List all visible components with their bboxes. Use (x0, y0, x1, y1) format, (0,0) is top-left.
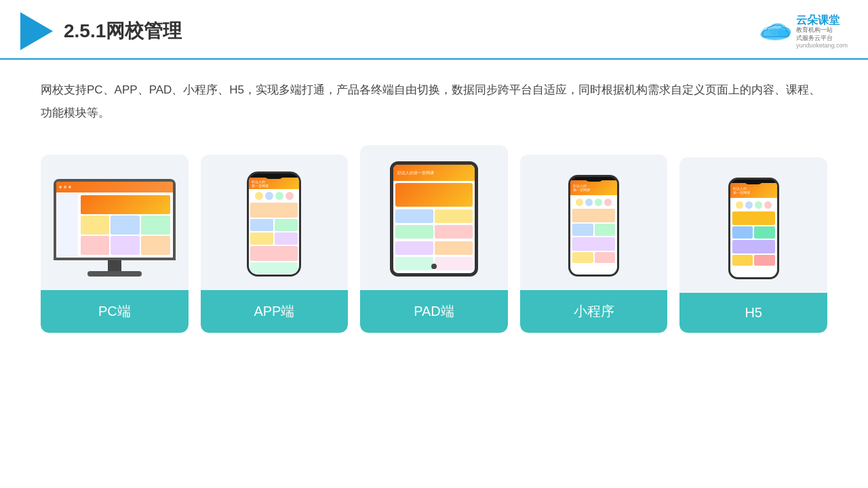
monitor-neck (108, 260, 121, 271)
tablet-card-7 (395, 257, 433, 270)
miniapp-phone-body: 职达人的第一堂网课 (568, 175, 619, 277)
screen-grid (81, 216, 170, 255)
header: 2.5.1网校管理 云朵课堂 教育机构一站式服务云平台 yunduoketang… (0, 0, 868, 60)
h5-screen: 职达人的第一堂网课 (730, 183, 777, 277)
pad-label: PAD端 (360, 290, 508, 333)
miniapp-content (570, 195, 617, 274)
tablet-card-8 (435, 257, 473, 270)
h5-phone-mockup: 职达人的第一堂网课 (728, 178, 779, 279)
h5-card-4 (732, 240, 775, 253)
monitor-screen (56, 182, 173, 258)
h5-card-1 (732, 211, 775, 225)
tablet-mockup: 职达人的第一堂网课 (390, 161, 478, 277)
screen-card-3 (141, 216, 170, 235)
page-title: 2.5.1网校管理 (64, 18, 182, 44)
app-card-4 (250, 232, 273, 245)
h5-card-6 (754, 255, 775, 266)
miniapp-icons (572, 197, 615, 207)
screen-banner (81, 195, 170, 214)
h5-icons (732, 200, 775, 210)
tablet-screen-header: 职达人的第一堂网课 (393, 165, 475, 181)
miniapp-card-2 (572, 224, 593, 236)
miniapp-header: 职达人的第一堂网课 (570, 180, 617, 195)
tablet-screen: 职达人的第一堂网课 (393, 165, 475, 273)
monitor-body (54, 179, 176, 260)
app-screen-header: 职达人的第一堂网课 (249, 178, 299, 189)
miniapp-card-4 (572, 237, 615, 251)
app-row-1 (250, 203, 298, 218)
app-card-2 (250, 219, 273, 231)
h5-icon-1 (736, 201, 743, 209)
app-header-text: 职达人的第一堂网课 (252, 180, 269, 188)
screen-sidebar (58, 194, 78, 256)
miniapp-row (572, 224, 615, 236)
app-row-5 (250, 262, 298, 273)
miniapp-card-3 (595, 224, 616, 236)
pc-mockup (54, 179, 176, 277)
brand-tagline: 教育机构一站式服务云平台 (796, 26, 833, 42)
screen-card-2 (111, 216, 140, 235)
h5-phone-body: 职达人的第一堂网课 (728, 178, 779, 279)
tablet-body: 职达人的第一堂网课 (390, 161, 478, 277)
miniapp-icon-4 (604, 199, 612, 206)
tablet-card-6 (435, 241, 473, 255)
tablet-card-1 (395, 209, 433, 223)
tablet-card-5 (395, 241, 433, 255)
app-phone-body: 职达人的第一堂网课 (247, 171, 301, 277)
pc-label: PC端 (41, 290, 189, 333)
miniapp-card-5 (572, 252, 593, 263)
h5-icon-3 (755, 201, 762, 209)
pc-card: PC端 (41, 155, 189, 333)
app-card-7 (250, 262, 298, 273)
screen-card-1 (81, 216, 110, 235)
h5-notch (744, 180, 763, 184)
h5-card-5 (732, 255, 753, 266)
tablet-header-text: 职达人的第一堂网课 (397, 170, 434, 176)
tablet-home-btn (431, 264, 437, 269)
cards-row: PC端 职达人的第一堂网课 (41, 145, 827, 333)
h5-card-3 (754, 226, 775, 239)
screen-body (56, 192, 173, 258)
app-content (249, 189, 299, 274)
brand-url: yunduoketang.com (796, 42, 848, 49)
app-icon-3 (275, 192, 283, 200)
miniapp-header-text: 职达人的第一堂网课 (573, 184, 590, 192)
app-row-3 (250, 232, 298, 245)
app-label: APP端 (201, 290, 349, 333)
h5-card: 职达人的第一堂网课 (679, 157, 827, 333)
header-right: 云朵课堂 教育机构一站式服务云平台 yunduoketang.com (758, 14, 848, 49)
h5-card-2 (732, 226, 753, 239)
miniapp-screen: 职达人的第一堂网课 (570, 180, 617, 274)
miniapp-card-6 (595, 252, 616, 263)
miniapp-icon-1 (576, 199, 583, 206)
h5-header: 职达人的第一堂网课 (730, 183, 777, 198)
screen-main (79, 194, 172, 256)
app-card-1 (250, 203, 298, 218)
brand-text: 云朵课堂 教育机构一站式服务云平台 yunduoketang.com (796, 14, 848, 49)
screen-dot-3 (68, 186, 71, 188)
tablet-banner (395, 183, 473, 207)
cloud-logo: 云朵课堂 教育机构一站式服务云平台 yunduoketang.com (758, 14, 848, 49)
h5-label: H5 (679, 293, 827, 333)
app-card-5 (275, 232, 298, 245)
tablet-content (393, 181, 475, 273)
h5-row (732, 226, 775, 239)
app-image-area: 职达人的第一堂网课 (236, 155, 312, 290)
tablet-grid (395, 209, 473, 271)
tablet-card-4 (435, 225, 473, 239)
tablet-card-3 (395, 225, 433, 239)
h5-row2 (732, 255, 775, 266)
screen-card-6 (141, 236, 170, 255)
main-content: 网校支持PC、APP、PAD、小程序、H5，实现多端打通，产品各终端自由切换，数… (0, 60, 868, 346)
monitor-base (87, 271, 142, 277)
app-icons-row (250, 190, 298, 201)
screen-dot-2 (64, 186, 66, 188)
miniapp-notch (585, 177, 604, 182)
h5-content (730, 198, 777, 277)
app-row-2 (250, 219, 298, 231)
miniapp-label: 小程序 (520, 290, 668, 333)
logo-triangle (20, 12, 53, 50)
brand-name: 云朵课堂 (796, 14, 840, 26)
h5-image-area: 职达人的第一堂网课 (717, 157, 790, 293)
app-phone-mockup: 职达人的第一堂网课 (247, 171, 301, 277)
